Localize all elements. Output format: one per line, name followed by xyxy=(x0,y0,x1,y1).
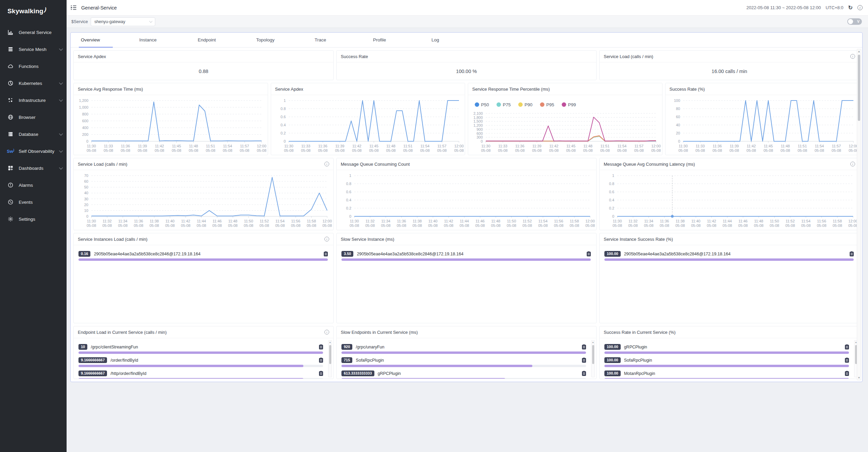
scroll-up-icon[interactable]: ▲ xyxy=(329,341,332,343)
tab[interactable]: Topology xyxy=(251,33,309,47)
tab[interactable]: Endpoint xyxy=(192,33,251,47)
svg-text:11:39: 11:39 xyxy=(532,144,542,148)
sidebar-item[interactable]: Infrastructure xyxy=(0,92,67,109)
svg-text:60: 60 xyxy=(676,115,680,119)
inspect-icon[interactable] xyxy=(845,358,849,363)
card-scrollbar[interactable]: ▲ xyxy=(328,340,332,377)
sidebar-item[interactable]: Kubernetes xyxy=(0,75,67,92)
scroll-thumb[interactable] xyxy=(592,345,594,364)
sidebar-item[interactable]: Dashboards xyxy=(0,160,67,177)
bar-fill xyxy=(341,351,586,354)
inspect-icon[interactable] xyxy=(582,344,586,349)
card-mq-consuming-count: Message Queue Consuming Count 00.20.40.6… xyxy=(336,158,597,230)
svg-text:0.2: 0.2 xyxy=(280,131,285,135)
scroll-down-icon[interactable]: ▼ xyxy=(857,376,861,379)
tab-label: Trace xyxy=(315,37,326,42)
svg-text:0.6: 0.6 xyxy=(346,190,351,194)
inspect-icon[interactable] xyxy=(319,344,323,349)
info-icon[interactable]: i xyxy=(324,237,329,241)
timezone[interactable]: UTC+8:0 xyxy=(826,5,843,10)
chevron-down-icon xyxy=(59,132,63,135)
inspect-icon[interactable] xyxy=(319,371,323,376)
scroll-thumb[interactable] xyxy=(858,55,860,121)
card-title: Success Rate (%) xyxy=(670,87,705,92)
line-chart-avg-response-time[interactable]: 02004006008001,0001,20011:3005-0811:3305… xyxy=(74,95,268,155)
events-icon xyxy=(7,199,14,205)
sidebar-item[interactable]: Events xyxy=(0,194,67,211)
sidebar-item-label: Settings xyxy=(19,217,59,222)
svg-text:100: 100 xyxy=(674,98,680,103)
svg-text:11:54: 11:54 xyxy=(617,144,626,148)
metric-value: 100.00 % xyxy=(337,62,596,80)
scroll-up-icon[interactable]: ▲ xyxy=(857,50,861,53)
tab[interactable]: Log xyxy=(426,33,484,47)
tab-label: Endpoint xyxy=(198,37,216,42)
tab[interactable]: Instance xyxy=(134,33,192,47)
bar-row: 10 /grpc/clientStreamingFun xyxy=(78,343,323,354)
svg-text:0.8: 0.8 xyxy=(280,107,285,111)
toggle-label: V xyxy=(857,19,860,23)
version-toggle[interactable]: V xyxy=(847,18,862,25)
sidebar-item[interactable]: Functions xyxy=(0,58,67,75)
card-scrollbar[interactable]: ▲ xyxy=(591,340,595,377)
line-chart-mq-count[interactable]: 00.20.40.60.8111:3005-0811:3205-0811:340… xyxy=(337,170,596,230)
bar-fill xyxy=(604,351,849,354)
sidebar-item[interactable]: Database xyxy=(0,126,67,143)
svg-text:05-08: 05-08 xyxy=(350,223,359,228)
info-icon[interactable]: i xyxy=(324,330,329,335)
info-icon[interactable]: i xyxy=(850,54,855,59)
alarm-icon xyxy=(7,182,14,188)
inspect-icon[interactable] xyxy=(582,358,586,363)
line-chart-percentile[interactable]: 03006009001,2001,5001,8002,10011:3005-08… xyxy=(468,95,662,155)
info-icon[interactable]: i xyxy=(850,162,855,166)
inspect-icon[interactable] xyxy=(324,251,328,256)
inspect-icon[interactable] xyxy=(845,344,849,349)
scroll-thumb[interactable] xyxy=(329,345,331,364)
tab[interactable]: Overview xyxy=(75,33,134,47)
sidebar: Skywalking General Service Service Mesh xyxy=(0,0,67,452)
sidebar-item[interactable]: Alarms xyxy=(0,177,67,194)
line-chart-service-load[interactable]: 01020304050607011:3005-0811:3205-0811:34… xyxy=(74,170,333,230)
bar-fill xyxy=(78,351,323,354)
svg-text:11:48: 11:48 xyxy=(228,219,237,223)
panel-scrollbar[interactable]: ▲ ▼ xyxy=(857,49,861,380)
sidebar-item[interactable]: Browser xyxy=(0,109,67,126)
inspect-icon[interactable] xyxy=(582,371,586,376)
time-range[interactable]: 2022-05-08 11:30 ~ 2022-05-08 12:00 xyxy=(746,5,821,10)
svg-text:1,200: 1,200 xyxy=(79,98,88,103)
svg-text:05-08: 05-08 xyxy=(833,223,842,228)
svg-text:11:36: 11:36 xyxy=(121,144,130,148)
line-chart-mq-latency[interactable]: 00.20.40.60.8111:3005-0811:3205-0811:340… xyxy=(600,170,859,230)
collapse-sidebar-icon[interactable] xyxy=(71,5,76,10)
refresh-icon[interactable]: ↻ xyxy=(848,5,853,11)
scroll-up-icon[interactable]: ▲ xyxy=(591,341,595,343)
svg-text:05-08: 05-08 xyxy=(660,223,669,228)
svg-text:05-08: 05-08 xyxy=(260,223,269,228)
line-chart-service-apdex[interactable]: 00.20.40.60.8111:3005-0811:3305-0811:360… xyxy=(271,95,465,155)
line-chart-success-rate[interactable]: 02040608010011:3005-0811:3305-0811:3605-… xyxy=(666,95,860,155)
svg-text:11:48: 11:48 xyxy=(491,219,500,223)
inspect-icon[interactable] xyxy=(587,251,591,256)
svg-text:0.6: 0.6 xyxy=(609,190,614,194)
sidebar-item[interactable]: Service Mesh xyxy=(0,41,67,58)
inspect-icon[interactable] xyxy=(845,371,849,376)
svg-text:05-08: 05-08 xyxy=(437,148,446,152)
bar-list: 0.16 2905b05eae4e4ae3a2a5b538ce8c2846@17… xyxy=(74,245,333,261)
tab[interactable]: Trace xyxy=(309,33,368,47)
sidebar-item[interactable]: Sw) Self Observability xyxy=(0,143,67,160)
info-icon[interactable]: i xyxy=(324,162,329,166)
inspect-icon[interactable] xyxy=(319,358,323,363)
card-slow-instance: Slow Service Instance (ms) 3.50 2905b05e xyxy=(336,233,597,323)
svg-text:0.2: 0.2 xyxy=(346,206,351,210)
service-select[interactable]: shenyu-gateway xyxy=(91,17,155,26)
svg-text:0: 0 xyxy=(86,139,88,143)
sidebar-item[interactable]: General Service xyxy=(0,24,67,41)
bar-row: 100.00 SofaRpcPlugin xyxy=(604,357,849,367)
svg-text:11:40: 11:40 xyxy=(428,219,438,223)
dashboards-icon xyxy=(7,165,14,171)
app: Skywalking General Service Service Mesh xyxy=(0,0,868,452)
info-icon[interactable]: i xyxy=(857,5,863,10)
tab[interactable]: Profile xyxy=(368,33,426,47)
inspect-icon[interactable] xyxy=(850,251,854,256)
sidebar-item[interactable]: Settings xyxy=(0,211,67,228)
